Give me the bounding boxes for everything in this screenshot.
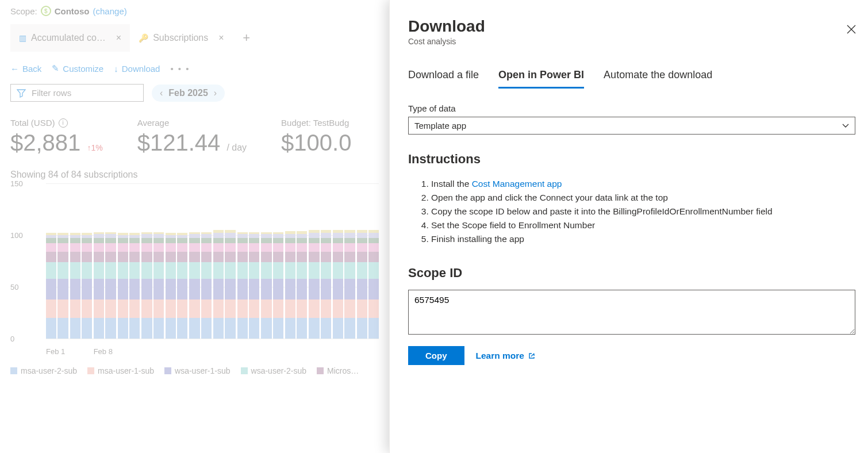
learn-more-link[interactable]: Learn more	[476, 351, 536, 361]
chevron-down-icon	[842, 122, 849, 129]
y-tick: 150	[10, 179, 23, 188]
key-icon: 🔑	[139, 33, 148, 43]
bar[interactable]	[82, 233, 92, 339]
tab-download-file[interactable]: Download a file	[408, 69, 479, 89]
panel-title: Download	[408, 17, 855, 36]
bar[interactable]	[189, 232, 199, 339]
bar[interactable]	[201, 232, 212, 339]
metric-suffix: / day	[226, 143, 247, 152]
bar[interactable]	[94, 232, 104, 339]
legend-item[interactable]: msa-user-1-sub	[87, 366, 154, 375]
chart-icon: ▥	[19, 33, 26, 43]
legend-item[interactable]: Micros…	[317, 366, 359, 375]
bar[interactable]	[357, 230, 367, 339]
instruction-step: Install the Cost Management app	[431, 177, 855, 191]
bar[interactable]	[333, 230, 343, 339]
legend-label: wsa-user-1-sub	[175, 366, 230, 375]
legend-item[interactable]: wsa-user-2-sub	[241, 366, 306, 375]
bar[interactable]	[273, 232, 283, 339]
bar[interactable]	[166, 233, 176, 339]
bar[interactable]	[344, 230, 355, 339]
close-icon[interactable]: ×	[218, 33, 224, 43]
bar[interactable]	[141, 232, 152, 339]
bar[interactable]	[46, 233, 56, 339]
select-value: Template app	[414, 121, 466, 130]
tab-label: Subscriptions	[153, 33, 208, 43]
bar[interactable]	[153, 232, 164, 339]
metric-budget: Budget: TestBudg $100.0	[281, 118, 351, 156]
legend-label: msa-user-2-sub	[21, 366, 77, 375]
bar[interactable]	[285, 231, 295, 339]
scope-id-title: Scope ID	[408, 266, 855, 281]
metric-label: Total (USD)	[10, 118, 55, 128]
instruction-step: Finish installing the app	[431, 232, 855, 246]
month-selector[interactable]: ‹ Feb 2025 ›	[152, 85, 225, 102]
metric-label: Budget: TestBudg	[281, 118, 351, 128]
y-tick: 100	[10, 231, 23, 240]
toolbar: ← Back ✎ Customize ↓ Download • • •	[10, 63, 379, 74]
bar[interactable]	[177, 233, 187, 339]
scope-name: Contoso	[55, 6, 90, 16]
legend-swatch-icon	[241, 367, 248, 374]
copy-button[interactable]: Copy	[408, 346, 464, 365]
legend-label: Micros…	[327, 366, 359, 375]
bar[interactable]	[237, 232, 248, 339]
showing-text: Showing 84 of 84 subscriptions	[10, 170, 379, 180]
instruction-text: Install the	[431, 179, 472, 189]
x-tick: Feb 8	[94, 347, 141, 356]
scope-id-field[interactable]	[408, 290, 855, 335]
bar[interactable]	[309, 230, 319, 339]
legend-swatch-icon	[164, 367, 171, 374]
bar[interactable]	[57, 233, 68, 339]
metric-value: $100.0	[281, 130, 351, 156]
tab-add[interactable]: +	[233, 24, 260, 52]
bar[interactable]	[321, 230, 331, 339]
instructions-list: Install the Cost Management app Open the…	[431, 177, 855, 246]
view-tabs: ▥ Accumulated co… × 🔑 Subscriptions × +	[10, 24, 379, 52]
chevron-right-icon[interactable]: ›	[214, 88, 217, 98]
stacked-bar-chart: 050100150 Feb 1Feb 8	[10, 183, 379, 356]
info-icon[interactable]: i	[59, 118, 68, 128]
gridline	[46, 339, 379, 339]
scope-change-link[interactable]: (change)	[93, 6, 127, 16]
bar[interactable]	[225, 230, 235, 339]
bar[interactable]	[129, 233, 140, 339]
bar[interactable]	[213, 230, 224, 339]
type-of-data-select[interactable]: Template app	[408, 117, 855, 135]
bar[interactable]	[368, 230, 379, 339]
filter-input[interactable]: Filter rows	[10, 84, 144, 102]
legend-label: wsa-user-2-sub	[251, 366, 306, 375]
bar[interactable]	[105, 232, 116, 339]
legend-item[interactable]: wsa-user-1-sub	[164, 366, 230, 375]
back-button[interactable]: ← Back	[10, 64, 41, 74]
tab-subscriptions[interactable]: 🔑 Subscriptions ×	[130, 24, 232, 52]
x-tick: Feb 1	[46, 347, 94, 356]
bar[interactable]	[118, 233, 128, 339]
download-button[interactable]: ↓ Download	[114, 64, 160, 74]
panel-tabs: Download a file Open in Power BI Automat…	[408, 69, 855, 89]
plus-icon: +	[243, 30, 250, 45]
chevron-left-icon[interactable]: ‹	[160, 88, 163, 98]
scope-row: Scope: $ Contoso (change)	[10, 6, 379, 16]
legend-item[interactable]: msa-user-2-sub	[10, 366, 77, 375]
close-button[interactable]	[846, 24, 857, 37]
instructions-title: Instructions	[408, 152, 855, 167]
tab-open-power-bi[interactable]: Open in Power BI	[498, 69, 584, 89]
bar[interactable]	[249, 232, 259, 339]
filter-placeholder: Filter rows	[32, 88, 71, 98]
arrow-left-icon: ←	[10, 64, 19, 74]
more-button[interactable]: • • •	[170, 64, 190, 74]
cost-management-app-link[interactable]: Cost Management app	[472, 179, 562, 189]
customize-button[interactable]: ✎ Customize	[52, 63, 103, 74]
legend-swatch-icon	[10, 367, 17, 374]
instruction-step: Copy the scope ID below and paste it int…	[431, 205, 855, 218]
type-of-data-label: Type of data	[408, 103, 855, 113]
bar[interactable]	[297, 231, 307, 339]
close-icon[interactable]: ×	[116, 33, 121, 43]
toolbar-label: Back	[22, 64, 41, 74]
tab-accumulated-cost[interactable]: ▥ Accumulated co… ×	[10, 24, 130, 52]
tab-automate-download[interactable]: Automate the download	[604, 69, 712, 89]
bar[interactable]	[261, 232, 271, 339]
bar[interactable]	[70, 233, 80, 339]
instruction-step: Open the app and click the Connect your …	[431, 191, 855, 205]
